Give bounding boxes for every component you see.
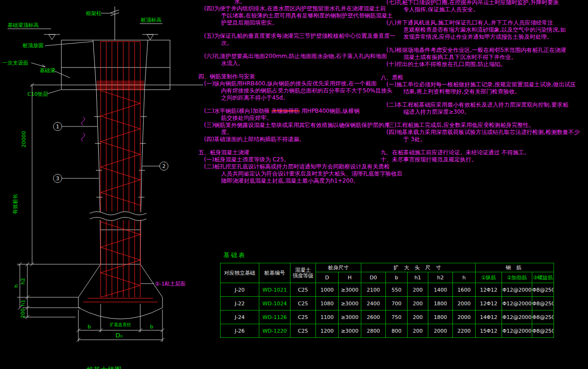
note-line: (六)孔顶护壁要高出地面200mm,防止地面雨水杂物,石子落入孔内和地面: [204, 53, 387, 60]
cell: Φ8@250: [532, 324, 554, 338]
note-line: (三)钢筋笼外侧露设混凝土垫块或采用其它有效措施以确保钢筋保护层的厚: [204, 122, 387, 129]
dim-b-left: b: [88, 324, 91, 330]
note-line: 意观察检查是否有塌方漏水和流砂现象,以及空气中的污染情况,如: [403, 26, 588, 34]
col-header: 对应独立基础: [221, 263, 259, 283]
foundation-table-title: 基础表: [223, 251, 246, 260]
cell: 12Φ12: [476, 297, 502, 310]
cell: 750: [386, 310, 408, 324]
note-line: 随即浇灌封底混凝土封底,混凝土最小高度为h1+200。: [221, 177, 387, 184]
col-header: ①纵筋: [476, 272, 502, 283]
cell: 14Φ12: [476, 310, 502, 324]
cell: 15Φ12: [476, 324, 502, 338]
cell: 2800: [361, 324, 386, 338]
label-bell-diameter: 扩底盘直径: [110, 322, 131, 327]
note-line: 专人指挥,保证施工人员安全。: [403, 6, 588, 13]
cell: WD-1220: [259, 324, 290, 338]
label-first-support-surface: 一次支设面: [2, 60, 28, 66]
note-line: (四)地基承载力采用深层载荷板试验方法或钻孔取芯法进行检测,检测数量不少: [386, 129, 588, 136]
note-line: (二)桩孔挖至孔底设计标高或持力层时请通知甲方会同勘察设计及有关质检: [204, 163, 387, 170]
callout-3: 3: [56, 176, 60, 182]
note-line: 水。: [234, 0, 387, 5]
note-line: (一)纵向钢筋用HRB400,纵向钢筋的接头应优先采用焊接,在一个截面: [204, 80, 387, 87]
cell: 1080: [316, 297, 339, 310]
cell: J-24: [221, 310, 259, 324]
cell: ≥3000: [339, 283, 361, 297]
weld-marks: [82, 117, 85, 142]
cell: 1100: [316, 310, 339, 324]
cell: 1600: [453, 283, 476, 297]
note-line: 端进入持力层深度≥300。: [403, 109, 588, 116]
table-header-row-1: 对应独立基础 桩基编号 混凝土 强度等级 桩身尺寸 扩 大 头 尺 寸 钢 筋: [221, 263, 554, 272]
note-line: 结果,将上列资料整理好,交有关部门检查验收。: [403, 88, 588, 95]
cell: 200: [408, 283, 428, 297]
col-header: D0: [361, 272, 386, 283]
note-line: (二)水平钢筋(横向)加劲箍 及螺旋箍筋 用HPB400钢筋,纵横钢: [204, 108, 387, 115]
label-foundation-beam: 基础梁: [40, 67, 55, 74]
notes-column-right: (七)孔桩下口须设护口圈,在挖掘井内吊运土时应随时监护,升降时要派 专人指挥,保…: [381, 0, 588, 163]
note-line: 护壁且后期回填密实。: [221, 19, 387, 26]
foundation-table: 对应独立基础 桩基编号 混凝土 强度等级 桩身尺寸 扩 大 头 尺 寸 钢 筋 …: [220, 263, 554, 338]
note-section-heading: 十、未尽事宜按现行规范及规定执行。: [381, 156, 588, 163]
note-line: 筋交接处均应焊牢。: [221, 115, 387, 122]
table-row: J-20 WD-1021 C25 1000 ≥3000 2100 550 200…: [221, 283, 554, 297]
note-line: (八)井下通风机送风,施工时保证孔口有人,井下工作人员应须经常注: [386, 19, 588, 26]
cell: ≥3000: [339, 310, 361, 324]
cell: Φ12@2000: [502, 297, 532, 310]
cell: C25: [290, 283, 316, 297]
cell: 12Φ12: [476, 283, 502, 297]
cell: 700: [386, 297, 408, 310]
dim-200: 200: [20, 309, 26, 319]
cell: 2600: [361, 310, 386, 324]
cell: 2200: [453, 324, 476, 338]
cell: J-26: [221, 324, 259, 338]
label-pile-top-round: 桩顶放圆: [22, 42, 43, 49]
note-section-heading: 九、在桩基础施工前应进行论证。未经论证通过 不得施工。: [381, 149, 588, 156]
cell: 1200: [316, 324, 339, 338]
rebar-cage: [83, 42, 158, 302]
pile-detail-drawing: 基础梁顶标高 框架柱 桩顶标高 桩顶放圆 一次支设面 基础梁 C10垫层 200…: [0, 0, 220, 369]
note-line: (七)孔桩下口须设护口圈,在挖掘井内吊运土时应随时监护,升降时要派: [386, 0, 588, 6]
dim-h1: h1: [20, 300, 26, 306]
col-header: ③螺旋筋: [532, 272, 554, 283]
label-frame-column: 框架柱: [86, 10, 102, 17]
note-line: 于 3处。: [403, 136, 588, 143]
cell: 2400: [361, 297, 386, 310]
label-pile-top-elevation: 桩顶标高: [140, 17, 162, 23]
cell: ≥3000: [339, 324, 361, 338]
col-header: D: [316, 272, 339, 283]
label-cushion: C10垫层: [27, 91, 48, 97]
structure-lines: [31, 7, 203, 319]
note-line: 人员共同鉴定认为符合设计要求后及时支护大桩头、清理孔底签字验收后: [221, 170, 387, 177]
dim-h: h: [13, 284, 19, 287]
note-line: (十)挖出的土体不得堆放在孔口周围,防止塌陷。: [386, 61, 588, 68]
cell: Φ8@250: [532, 297, 554, 310]
notes-column-left: 水。 (四)为便于井内组织排水,在透水层区内护壁预留泄水孔并在浇灌混凝土前 予以…: [198, 0, 387, 184]
cell: 200: [408, 324, 428, 338]
cell: 2000: [453, 310, 476, 324]
note-line: (一)桩身混凝土强度等级为 C25。: [204, 156, 387, 163]
col-group-bell: 扩 大 头 尺 寸: [361, 263, 476, 272]
note-line: (四)为便于井内组织排水,在透水层区内护壁预留泄水孔并在浇灌混凝土前: [204, 5, 387, 12]
cell: 1800: [428, 310, 453, 324]
cell: Φ8@250: [532, 283, 554, 297]
note-segment-struck: 及螺旋箍筋: [272, 108, 300, 114]
dim-D0: D₀: [115, 332, 122, 339]
cell: ≥3000: [339, 297, 361, 310]
cell: Φ12@2000: [502, 310, 532, 324]
col-group-shaft: 桩身尺寸: [316, 263, 361, 272]
label-beam-top-elevation: 基础梁顶标高: [8, 22, 39, 28]
cell: C25: [290, 310, 316, 324]
note-line: 度。: [221, 129, 387, 136]
cell: 2000: [453, 297, 476, 310]
callout-1: 1: [56, 124, 60, 130]
cell: 2100: [361, 283, 386, 297]
cell: Φ12@2000: [502, 324, 532, 338]
note-section-heading: 四、钢筋笼制作与安装: [198, 73, 387, 80]
note-line: (三)工程桩施工完成后,应全数采用低应变检测桩身完整性。: [386, 122, 588, 129]
cell: 2000: [428, 324, 453, 338]
note-line: 之间的距离不得小于45d。: [221, 94, 387, 101]
note-line: (二)本工程桩基础应采用最小有效桩长及进入持力层深度双向控制,要求桩: [386, 101, 588, 109]
cell: J-22: [221, 297, 259, 310]
cell: 800: [386, 324, 408, 338]
table-row: J-24 WD-1126 C25 1100 ≥3000 2600 750 200…: [221, 310, 554, 324]
